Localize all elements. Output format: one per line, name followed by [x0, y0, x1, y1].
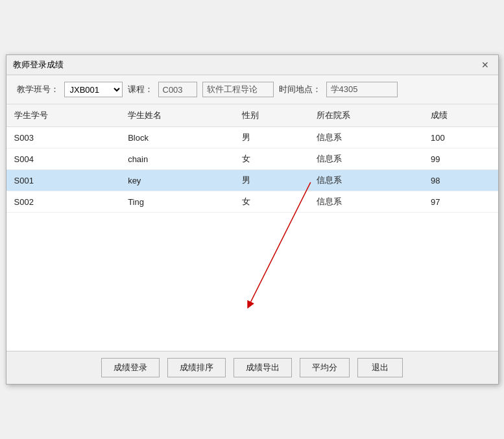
grade-register-button[interactable]: 成绩登录: [101, 358, 160, 377]
average-button[interactable]: 平均分: [300, 358, 350, 377]
table-body: S003 Block 男 信息系 100 S004 chain 女 信息系 99…: [6, 127, 498, 213]
col-header-dept: 所在院系: [309, 104, 423, 127]
toolbar: 教学班号： JXB001 课程： 时间地点：: [6, 75, 498, 104]
close-button[interactable]: ✕: [479, 60, 492, 70]
cell-dept: 信息系: [309, 148, 423, 170]
table-header: 学生学号 学生姓名 性别 所在院系 成绩: [6, 104, 498, 127]
cell-dept: 信息系: [309, 191, 423, 213]
cell-dept: 信息系: [309, 170, 423, 191]
cell-id: S003: [6, 127, 121, 148]
cell-score: 99: [423, 148, 498, 170]
col-header-id: 学生学号: [6, 104, 121, 127]
cell-gender: 女: [234, 148, 309, 170]
cell-name: Block: [120, 127, 234, 148]
table-row[interactable]: S003 Block 男 信息系 100: [6, 127, 498, 148]
title-bar: 教师登录成绩 ✕: [6, 55, 498, 75]
cell-score: 98: [423, 170, 498, 191]
grade-sort-button[interactable]: 成绩排序: [167, 358, 226, 377]
cell-gender: 女: [234, 191, 309, 213]
location-label: 时间地点：: [279, 84, 321, 95]
course-label: 课程：: [128, 84, 153, 95]
cell-id: S001: [6, 170, 121, 191]
grade-export-button[interactable]: 成绩导出: [234, 358, 292, 377]
cell-name: Ting: [120, 191, 234, 213]
table-container: 学生学号 学生姓名 性别 所在院系 成绩 S003 Block 男 信息系 10…: [6, 104, 498, 351]
cell-id: S002: [6, 191, 121, 213]
location-input: [326, 82, 398, 97]
grades-table: 学生学号 学生姓名 性别 所在院系 成绩 S003 Block 男 信息系 10…: [6, 104, 498, 213]
cell-score: 100: [423, 127, 498, 148]
course-code-input: [158, 82, 197, 97]
cell-id: S004: [6, 148, 121, 170]
col-header-name: 学生姓名: [120, 104, 234, 127]
col-header-gender: 性别: [234, 104, 309, 127]
class-select[interactable]: JXB001: [64, 82, 123, 97]
class-label: 教学班号：: [17, 84, 59, 95]
exit-button[interactable]: 退出: [357, 358, 403, 377]
footer: 成绩登录成绩排序成绩导出平均分退出: [6, 351, 498, 384]
course-name-input: [202, 82, 274, 97]
table-row[interactable]: S004 chain 女 信息系 99: [6, 148, 498, 170]
cell-name: key: [120, 170, 234, 191]
main-window: 教师登录成绩 ✕ 教学班号： JXB001 课程： 时间地点： 学生学号 学生姓…: [6, 54, 499, 385]
cell-gender: 男: [234, 127, 309, 148]
cell-dept: 信息系: [309, 127, 423, 148]
cell-score: 97: [423, 191, 498, 213]
cell-name: chain: [120, 148, 234, 170]
table-row[interactable]: S001 key 男 信息系 98: [6, 170, 498, 191]
cell-gender: 男: [234, 170, 309, 191]
table-row[interactable]: S002 Ting 女 信息系 97: [6, 191, 498, 213]
window-title: 教师登录成绩: [13, 59, 64, 71]
col-header-score: 成绩: [423, 104, 498, 127]
